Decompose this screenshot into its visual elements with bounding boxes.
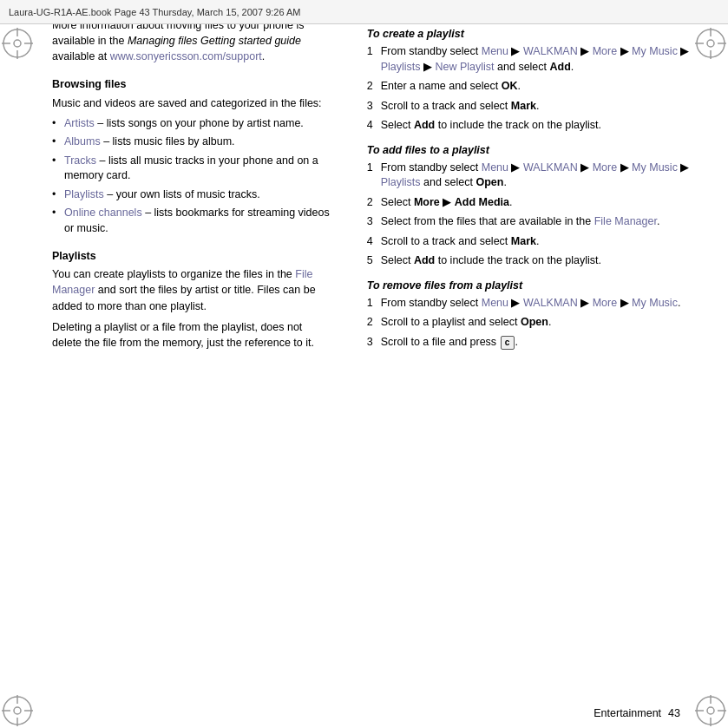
addmedia-bold: Add Media <box>455 196 509 208</box>
walkman-link-1: WALKMAN <box>523 45 578 57</box>
add-step-1: 1 From standby select Menu ▶ WALKMAN ▶ M… <box>367 161 693 191</box>
playlists-heading: Playlists <box>52 248 332 264</box>
mymusic-link-1: My Music <box>632 45 678 57</box>
albums-link: Albums <box>64 135 101 148</box>
add-bold-2: Add <box>414 119 435 131</box>
create-playlist-heading: To create a playlist <box>367 26 693 42</box>
playlists-link-1: Playlists <box>381 61 421 73</box>
artists-link: Artists <box>64 117 95 129</box>
create-step-4: 4 Select Add to include the track on the… <box>367 118 693 134</box>
add-step-3: 3 Select from the files that are availab… <box>367 214 693 230</box>
list-item-artists: Artists – lists songs on your phone by a… <box>52 116 332 132</box>
online-channels-link: Online channels <box>64 207 142 219</box>
footer-page-number: 43 <box>668 707 680 719</box>
list-item-online-channels: Online channels – lists bookmarks for st… <box>52 206 332 236</box>
more-link-3: More <box>593 297 617 309</box>
browsing-text: Music and videos are saved and categoriz… <box>52 95 332 111</box>
footer-content: Entertainment 43 <box>594 707 680 719</box>
newplaylist-link-1: New Playlist <box>436 61 495 73</box>
mymusic-link-3: My Music <box>632 297 678 309</box>
ok-bold: OK <box>502 80 518 92</box>
website-link: www.sonyericsson.com/support <box>110 50 262 62</box>
open-bold-1: Open <box>476 176 504 188</box>
filemanager-link-2: File Manager <box>594 215 657 227</box>
footer-label: Entertainment <box>594 707 661 719</box>
list-item-albums: Albums – lists music files by album. <box>52 134 332 150</box>
menu-link-3: Menu <box>482 297 508 309</box>
more-bold-1: More <box>414 196 440 208</box>
more-link-1: More <box>593 45 617 57</box>
mark-bold-1: Mark <box>511 100 536 112</box>
intro-paragraph: More information about moving files to y… <box>52 17 332 64</box>
add-step-5: 5 Select Add to include the track on the… <box>367 253 693 269</box>
playlists-para2: Deleting a playlist or a file from the p… <box>52 319 332 351</box>
menu-link-1: Menu <box>482 45 508 57</box>
list-item-tracks: Tracks – lists all music tracks in your … <box>52 154 332 184</box>
left-column: More information about moving files to y… <box>0 17 350 356</box>
more-link-2: More <box>593 161 617 174</box>
header-text: Laura-UG-R1A-AE.book Page 43 Thursday, M… <box>9 7 301 17</box>
mark-bold-2: Mark <box>511 235 536 247</box>
footer: Entertainment 43 <box>0 707 728 719</box>
menu-link-2: Menu <box>482 161 508 174</box>
category-list: Artists – lists songs on your phone by a… <box>52 116 332 237</box>
file-manager-link1: File Manager <box>52 268 312 296</box>
browsing-heading: Browsing files <box>52 76 332 92</box>
add-bold-3: Add <box>414 254 435 266</box>
playlists-link-2: Playlists <box>381 176 421 188</box>
remove-step-1: 1 From standby select Menu ▶ WALKMAN ▶ M… <box>367 296 693 312</box>
walkman-link-2: WALKMAN <box>523 161 578 174</box>
right-column: To create a playlist 1 From standby sele… <box>350 17 728 356</box>
italic-guide: Managing files Getting started guide <box>128 35 301 47</box>
svg-point-1 <box>14 40 21 47</box>
c-key-icon: c <box>501 336 515 350</box>
corner-decoration-tl <box>0 26 35 61</box>
create-step-1: 1 From standby select Menu ▶ WALKMAN ▶ M… <box>367 44 693 75</box>
tracks-link: Tracks <box>64 154 96 167</box>
add-step-4: 4 Scroll to a track and select Mark. <box>367 234 693 250</box>
playlists-para1: You can create playlists to organize the… <box>52 266 332 313</box>
create-step-3: 3 Scroll to a track and select Mark. <box>367 99 693 115</box>
add-files-heading: To add files to a playlist <box>367 142 693 158</box>
two-column-layout: More information about moving files to y… <box>0 0 728 356</box>
remove-step-3: 3 Scroll to a file and press c. <box>367 335 693 351</box>
create-step-2: 2 Enter a name and select OK. <box>367 79 693 95</box>
mymusic-link-2: My Music <box>632 161 678 174</box>
playlists-link: Playlists <box>64 188 104 200</box>
add-step-2: 2 Select More ▶ Add Media. <box>367 195 693 211</box>
page-container: Laura-UG-R1A-AE.book Page 43 Thursday, M… <box>0 0 728 728</box>
remove-files-heading: To remove files from a playlist <box>367 278 693 293</box>
walkman-link-3: WALKMAN <box>523 297 578 309</box>
header-bar: Laura-UG-R1A-AE.book Page 43 Thursday, M… <box>0 0 728 24</box>
remove-step-2: 2 Scroll to a playlist and select Open. <box>367 315 693 331</box>
list-item-playlists: Playlists – your own lists of music trac… <box>52 187 332 203</box>
add-bold-1: Add <box>550 61 571 73</box>
svg-point-7 <box>707 40 714 47</box>
corner-decoration-tr <box>693 26 728 61</box>
open-bold-2: Open <box>521 316 548 328</box>
